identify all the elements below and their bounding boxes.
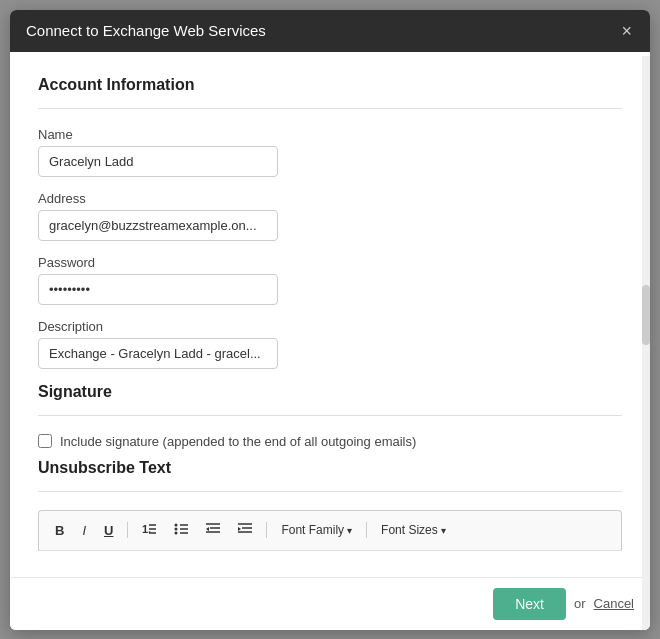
underline-button[interactable]: U: [98, 520, 119, 541]
scrollbar-thumb[interactable]: [642, 285, 650, 345]
signature-divider: [38, 415, 622, 416]
outdent-button[interactable]: [200, 519, 226, 542]
signature-section: Signature Include signature (appended to…: [38, 383, 622, 449]
password-label: Password: [38, 255, 622, 270]
name-label: Name: [38, 127, 622, 142]
unsubscribe-section: Unsubscribe Text B I U 1.: [38, 459, 622, 551]
svg-point-4: [175, 523, 178, 526]
unsubscribe-section-title: Unsubscribe Text: [38, 459, 622, 477]
close-button[interactable]: ×: [619, 22, 634, 40]
signature-section-title: Signature: [38, 383, 622, 401]
password-field-group: Password: [38, 255, 622, 305]
svg-marker-13: [206, 527, 209, 531]
scrollbar-track[interactable]: [642, 56, 650, 630]
font-family-dropdown[interactable]: Font Family: [275, 520, 358, 540]
modal-header: Connect to Exchange Web Services ×: [10, 10, 650, 52]
toolbar-divider-3: [366, 522, 367, 538]
outdent-icon: [206, 522, 220, 536]
cancel-button[interactable]: Cancel: [594, 596, 634, 611]
password-input[interactable]: [38, 274, 278, 305]
font-sizes-dropdown[interactable]: Font Sizes: [375, 520, 452, 540]
modal-title: Connect to Exchange Web Services: [26, 22, 266, 39]
description-label: Description: [38, 319, 622, 334]
account-section: Account Information Name Address Passwor…: [38, 76, 622, 369]
modal-body: Account Information Name Address Passwor…: [10, 52, 650, 577]
indent-button[interactable]: [232, 519, 258, 542]
address-input[interactable]: [38, 210, 278, 241]
indent-icon: [238, 522, 252, 536]
signature-checkbox[interactable]: [38, 434, 52, 448]
name-field-group: Name: [38, 127, 622, 177]
description-field-group: Description: [38, 319, 622, 369]
svg-point-6: [175, 527, 178, 530]
ordered-list-icon: 1.: [142, 522, 156, 536]
toolbar-divider-2: [266, 522, 267, 538]
next-button[interactable]: Next: [493, 588, 566, 620]
svg-point-8: [175, 531, 178, 534]
toolbar-divider-1: [127, 522, 128, 538]
signature-checkbox-label: Include signature (appended to the end o…: [60, 434, 416, 449]
text-editor-toolbar: B I U 1.: [38, 510, 622, 551]
account-divider: [38, 108, 622, 109]
name-input[interactable]: [38, 146, 278, 177]
footer-or-text: or: [574, 596, 586, 611]
unsubscribe-divider: [38, 491, 622, 492]
signature-checkbox-row: Include signature (appended to the end o…: [38, 434, 622, 449]
address-field-group: Address: [38, 191, 622, 241]
bold-button[interactable]: B: [49, 520, 70, 541]
unordered-list-button[interactable]: [168, 519, 194, 542]
unordered-list-icon: [174, 522, 188, 536]
account-section-title: Account Information: [38, 76, 622, 94]
svg-marker-17: [238, 527, 241, 531]
address-label: Address: [38, 191, 622, 206]
modal-overlay: Connect to Exchange Web Services × Accou…: [0, 0, 660, 639]
modal-footer: Next or Cancel: [10, 577, 650, 630]
description-input[interactable]: [38, 338, 278, 369]
italic-button[interactable]: I: [76, 520, 92, 541]
modal-dialog: Connect to Exchange Web Services × Accou…: [10, 10, 650, 630]
ordered-list-button[interactable]: 1.: [136, 519, 162, 542]
